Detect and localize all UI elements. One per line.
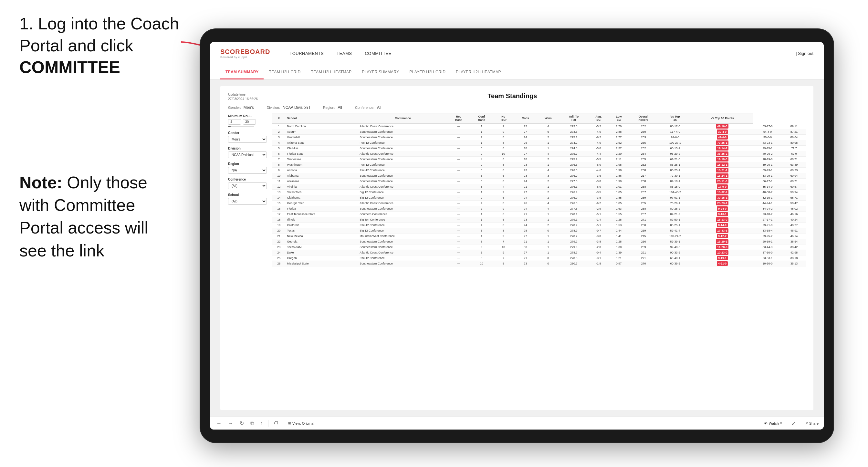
table-row: 8WashingtonPac-12 Conference—28231276.3-… xyxy=(272,162,806,167)
table-cell: -3.1 xyxy=(588,255,609,261)
sub-nav-team-h2h-heatmap[interactable]: TEAM H2H HEATMAP xyxy=(306,65,356,80)
table-cell: 1 xyxy=(537,140,559,146)
table-cell: 276.9 xyxy=(559,173,588,179)
region-select[interactable]: N/A xyxy=(228,167,267,174)
table-cell: 1.28 xyxy=(609,239,629,245)
toolbar-separator-2 xyxy=(284,420,284,427)
table-cell: 269 xyxy=(629,245,658,250)
table-cell: 15-32-2 xyxy=(692,190,753,195)
toolbar-copy-btn[interactable]: ⧉ xyxy=(249,421,255,426)
table-cell: 3 xyxy=(470,228,493,234)
filter-group-division: Division NCAA Division I xyxy=(228,147,267,158)
table-cell: 15 xyxy=(272,200,285,206)
table-cell: 5 xyxy=(470,255,493,261)
sign-out-link[interactable]: | Sign out xyxy=(796,51,813,56)
table-cell: — xyxy=(447,157,470,162)
table-cell: 4 xyxy=(470,200,493,206)
table-cell: 18 xyxy=(514,146,537,151)
table-cell: 13-24-1 xyxy=(692,173,753,179)
table-row: 21New MexicoMountain West Conference—192… xyxy=(272,234,806,239)
table-cell: 4 xyxy=(470,157,493,162)
table-cell: 12-14-1 xyxy=(692,146,753,151)
table-cell: 109-24-2 xyxy=(658,234,692,239)
table-row: 5Ole MissSoutheastern Conference—3618127… xyxy=(272,146,806,151)
table-cell: Southern Conference xyxy=(358,212,447,217)
table-cell: 1 xyxy=(537,212,559,217)
table-cell: Washington xyxy=(285,162,358,167)
table-cell: Southeastern Conference xyxy=(358,157,447,162)
table-cell: 23 xyxy=(514,173,537,179)
col-conference: Conference xyxy=(358,113,447,124)
table-cell: 83-25-1 xyxy=(658,222,692,228)
sub-nav-player-summary[interactable]: PLAYER SUMMARY xyxy=(356,65,404,80)
table-cell: 91-6-0 xyxy=(658,135,692,140)
toolbar-expand-icon[interactable]: ⤢ xyxy=(790,420,797,426)
min-rounds-input[interactable] xyxy=(228,119,241,125)
filter-conference-display: Conference: All xyxy=(355,105,381,110)
table-cell: 260 xyxy=(629,129,658,135)
table-cell: 11-28-3 xyxy=(692,245,753,250)
main-nav: TOURNAMENTS TEAMS COMMITTEE xyxy=(283,42,796,65)
sub-nav-team-h2h-grid[interactable]: TEAM H2H GRID xyxy=(264,65,306,80)
table-cell: 24 xyxy=(514,195,537,200)
nav-committee[interactable]: COMMITTEE xyxy=(358,42,398,65)
table-cell: 8 xyxy=(470,239,493,245)
table-cell: 9 xyxy=(493,206,514,212)
table-cell: -6.2 xyxy=(588,135,609,140)
nav-teams[interactable]: TEAMS xyxy=(330,42,358,65)
table-cell: 88-17-0 xyxy=(658,123,692,129)
table-cell: 1 xyxy=(537,146,559,151)
rounds-slider[interactable] xyxy=(228,126,254,127)
table-cell: 13-13-0 xyxy=(692,217,753,222)
table-cell: 4 xyxy=(537,200,559,206)
share-button[interactable]: ↗ Share xyxy=(805,421,818,425)
sub-nav-player-h2h-grid[interactable]: PLAYER H2H GRID xyxy=(404,65,451,80)
watch-icon: 👁 xyxy=(764,422,768,425)
minimum-rounds-label: Minimum Rou... xyxy=(228,114,267,118)
table-cell: 100-27-1 xyxy=(658,140,692,146)
table-cell: 27 xyxy=(514,129,537,135)
table-cell: 1.39 xyxy=(609,250,629,255)
table-cell: 23-18-2 xyxy=(753,212,782,217)
table-cell: 4 xyxy=(537,123,559,129)
table-cell: 20-39-1 xyxy=(753,239,782,245)
table-cell: 7 xyxy=(493,239,514,245)
table-cell: 255 xyxy=(629,157,658,162)
gender-select[interactable]: Men's xyxy=(228,136,267,143)
watch-button[interactable]: 👁 Watch ▾ xyxy=(764,421,782,425)
table-cell: Arizona State xyxy=(285,140,358,146)
toolbar-forward-btn[interactable]: → xyxy=(227,421,235,426)
table-cell: 259 xyxy=(629,195,658,200)
sub-nav-team-summary[interactable]: TEAM SUMMARY xyxy=(220,65,264,80)
toolbar-back-btn[interactable]: ← xyxy=(215,421,223,426)
toolbar-share-icon[interactable]: ↑ xyxy=(259,421,264,426)
filters-row: Gender: Men's Division: NCAA Division I … xyxy=(228,105,806,110)
table-cell: -0.7 xyxy=(588,228,609,234)
table-cell: 0 xyxy=(537,261,559,267)
max-rounds-input[interactable] xyxy=(243,119,256,125)
filter-group-minimum-rounds: Minimum Rou... xyxy=(228,114,267,127)
table-row: 14OklahomaBig 12 Conference—26242276.9-3… xyxy=(272,195,806,200)
table-cell: 258 xyxy=(629,206,658,212)
table-cell: 11-19-0 xyxy=(692,157,753,162)
table-cell: 8 xyxy=(493,200,514,206)
table-cell: 83-15-0 xyxy=(658,184,692,190)
table-cell: 267 xyxy=(629,212,658,217)
filter-group-conference: Conference (All) xyxy=(228,178,267,189)
col-reg-rank: RegRank xyxy=(447,113,470,124)
conference-select[interactable]: (All) xyxy=(228,183,267,189)
table-cell: 30-4-0 xyxy=(692,129,753,135)
table-cell: 267 xyxy=(629,190,658,195)
table-cell: 24 xyxy=(514,179,537,184)
table-cell: 0 xyxy=(537,228,559,234)
table-cell: 264 xyxy=(629,151,658,157)
division-select[interactable]: NCAA Division I xyxy=(228,152,267,158)
nav-tournaments[interactable]: TOURNAMENTS xyxy=(283,42,330,65)
view-original-button[interactable]: ⊞ View: Original xyxy=(288,421,314,425)
table-row: 9ArizonaPac-12 Conference—38234276.3-4.6… xyxy=(272,167,806,173)
table-cell: 262 xyxy=(629,146,658,151)
table-cell: 43-23-1 xyxy=(753,140,782,146)
sub-nav-player-h2h-heatmap[interactable]: PLAYER H2H HEATMAP xyxy=(451,65,506,80)
toolbar-refresh-btn[interactable]: ↻ xyxy=(239,420,245,426)
school-select[interactable]: (All) xyxy=(228,198,267,205)
